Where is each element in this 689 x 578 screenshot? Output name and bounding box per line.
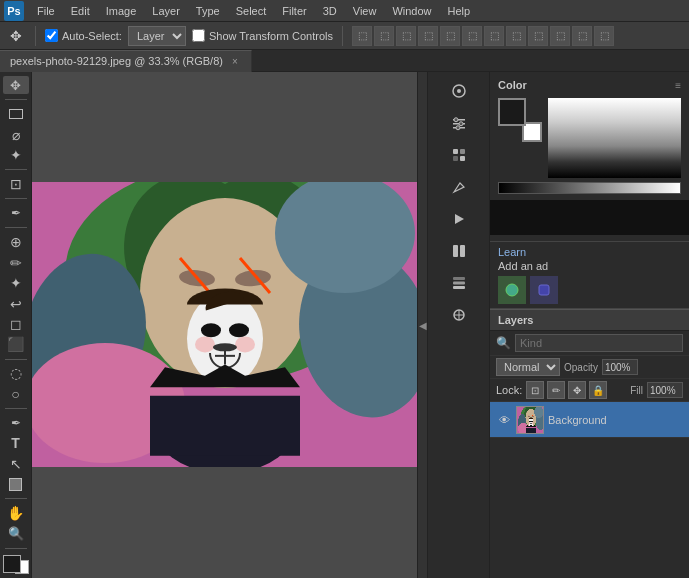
eraser-tool-btn[interactable]: ◻	[3, 315, 29, 333]
pen-tool-btn[interactable]: ✒	[3, 414, 29, 432]
layer-kind-select[interactable]: Layer	[128, 26, 186, 46]
menu-image[interactable]: Image	[99, 3, 144, 19]
layers-search-icon: 🔍	[496, 336, 511, 350]
libraries-panel-icon[interactable]	[444, 236, 474, 266]
distribute-right-btn[interactable]: ⬚	[528, 26, 548, 46]
main-layout: ✥ ⌀ ✦ ⊡ ✒ ⊕ ✏ ✦ ↩ ◻	[0, 72, 689, 578]
color-panel-icon[interactable]	[444, 76, 474, 106]
magic-wand-btn[interactable]: ✦	[3, 146, 29, 164]
auto-select-checkbox[interactable]	[45, 29, 58, 42]
align-center-v-btn[interactable]: ⬚	[440, 26, 460, 46]
healing-brush-btn[interactable]: ⊕	[3, 233, 29, 251]
foreground-color-swatch[interactable]	[3, 555, 21, 573]
fg-bg-color-widget	[3, 555, 29, 573]
path-selection-btn[interactable]: ↖	[3, 454, 29, 472]
menu-3d[interactable]: 3D	[316, 3, 344, 19]
panel-collapse-handle[interactable]: ◀	[417, 72, 427, 578]
align-left-btn[interactable]: ⬚	[352, 26, 372, 46]
menu-type[interactable]: Type	[189, 3, 227, 19]
distribute-center-h-btn[interactable]: ⬚	[506, 26, 526, 46]
document-tab[interactable]: pexels-photo-92129.jpeg @ 33.3% (RGB/8) …	[0, 50, 252, 72]
actions-panel-icon[interactable]	[444, 204, 474, 234]
lasso-tool-btn[interactable]: ⌀	[3, 125, 29, 143]
color-spectrum-bar[interactable]	[498, 182, 681, 194]
move-tool-icon: ✥	[10, 78, 21, 93]
lock-all-btn[interactable]: 🔒	[589, 381, 607, 399]
adjustments-icon[interactable]	[444, 108, 474, 138]
left-toolbar: ✥ ⌀ ✦ ⊡ ✒ ⊕ ✏ ✦ ↩ ◻	[0, 72, 32, 578]
history-brush-btn[interactable]: ↩	[3, 294, 29, 312]
align-top-btn[interactable]: ⬚	[418, 26, 438, 46]
align-center-h-btn[interactable]: ⬚	[374, 26, 394, 46]
learn-link[interactable]: Learn	[498, 246, 526, 258]
marquee-tool-btn[interactable]	[3, 105, 29, 123]
channels-panel-icon[interactable]	[444, 300, 474, 330]
color-fg-swatch[interactable]	[498, 98, 526, 126]
blur-tool-btn[interactable]: ◌	[3, 364, 29, 382]
color-gradient-picker[interactable]	[548, 98, 681, 178]
styles-panel-icon	[451, 147, 467, 163]
history-brush-icon: ↩	[10, 296, 22, 312]
distribute-top-btn[interactable]: ⬚	[550, 26, 570, 46]
canvas-container	[32, 182, 417, 469]
menu-layer[interactable]: Layer	[145, 3, 187, 19]
align-right-btn[interactable]: ⬚	[396, 26, 416, 46]
align-bottom-btn[interactable]: ⬚	[462, 26, 482, 46]
pen-panel-icon[interactable]	[444, 172, 474, 202]
distribute-center-v-btn[interactable]: ⬚	[572, 26, 592, 46]
layers-opacity-control: Opacity	[564, 359, 683, 375]
options-divider-2	[342, 26, 343, 46]
pen-tool-icon: ✒	[11, 416, 21, 430]
layers-fill-input[interactable]	[647, 382, 683, 398]
channels-icon	[451, 307, 467, 323]
lasso-tool-icon: ⌀	[12, 127, 20, 143]
tool-separator-6	[5, 408, 27, 409]
gradient-tool-btn[interactable]: ⬛	[3, 335, 29, 353]
menu-bar: Ps File Edit Image Layer Type Select Fil…	[0, 0, 689, 22]
layers-opacity-input[interactable]	[602, 359, 638, 375]
adjustments-sliders-icon	[451, 115, 467, 131]
menu-select[interactable]: Select	[229, 3, 274, 19]
clone-stamp-btn[interactable]: ✦	[3, 274, 29, 292]
document-tab-close[interactable]: ×	[229, 55, 241, 68]
lock-transparent-pixels-btn[interactable]: ⊡	[526, 381, 544, 399]
layers-search-bar: 🔍	[490, 331, 689, 356]
crop-tool-btn[interactable]: ⊡	[3, 175, 29, 193]
distribute-left-btn[interactable]: ⬚	[484, 26, 504, 46]
brush-tool-btn[interactable]: ✏	[3, 254, 29, 272]
layer-visibility-toggle[interactable]: 👁	[496, 412, 512, 428]
layers-blend-mode-select[interactable]: Normal	[496, 358, 560, 376]
styles-icon[interactable]	[444, 140, 474, 170]
menu-view[interactable]: View	[346, 3, 384, 19]
layer-item[interactable]: 👁 Background	[490, 402, 689, 438]
move-tool-options-icon: ✥	[6, 26, 26, 46]
layers-search-input[interactable]	[515, 334, 683, 352]
zoom-tool-icon: 🔍	[8, 526, 24, 541]
layer-thumbnail-canvas	[517, 407, 544, 434]
hand-tool-btn[interactable]: ✋	[3, 504, 29, 522]
zoom-tool-btn[interactable]: 🔍	[3, 524, 29, 542]
play-icon	[451, 211, 467, 227]
eyedropper-tool-btn[interactable]: ✒	[3, 204, 29, 222]
move-tool-btn[interactable]: ✥	[3, 76, 29, 94]
menu-file[interactable]: File	[30, 3, 62, 19]
lock-position-btn[interactable]: ✥	[568, 381, 586, 399]
right-side: ◀	[417, 72, 689, 578]
menu-help[interactable]: Help	[441, 3, 478, 19]
menu-edit[interactable]: Edit	[64, 3, 97, 19]
color-panel-collapse[interactable]: ≡	[675, 80, 681, 91]
transform-controls-checkbox[interactable]	[192, 29, 205, 42]
distribute-bottom-btn[interactable]: ⬚	[594, 26, 614, 46]
hand-tool-icon: ✋	[7, 505, 24, 521]
menu-filter[interactable]: Filter	[275, 3, 313, 19]
type-tool-btn[interactable]: T	[3, 434, 29, 452]
dodge-tool-btn[interactable]: ○	[3, 385, 29, 403]
layers-panel-icon[interactable]	[444, 268, 474, 298]
lock-image-pixels-btn[interactable]: ✏	[547, 381, 565, 399]
menu-window[interactable]: Window	[385, 3, 438, 19]
ad-icons-row	[498, 276, 681, 304]
svg-rect-8	[453, 149, 458, 154]
color-panel: Color ≡	[490, 72, 689, 242]
shape-tool-btn[interactable]	[3, 475, 29, 493]
svg-rect-13	[453, 245, 458, 257]
